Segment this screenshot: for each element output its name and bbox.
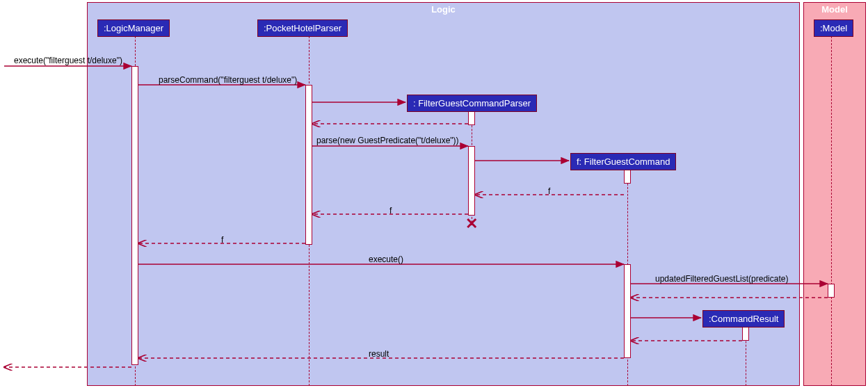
participant-filter-guest-command: f: FilterGuestCommand [570, 153, 676, 170]
activation-fgcp-1 [468, 111, 475, 125]
frame-logic-label: Logic [431, 3, 456, 16]
activation-logic-manager [131, 66, 138, 365]
activation-fgcp-2 [468, 146, 475, 216]
msg-return-f3: f [221, 235, 223, 245]
msg-execute2: execute() [369, 254, 403, 264]
destroy-icon: ✕ [465, 215, 478, 233]
activation-command-result [742, 327, 749, 341]
msg-execute1: execute("filterguest t/deluxe") [14, 56, 122, 65]
participant-filter-guest-command-parser: : FilterGuestCommandParser [407, 95, 537, 112]
msg-return-f1: f [548, 186, 550, 196]
participant-command-result: :CommandResult [702, 310, 785, 328]
activation-pocket-hotel-parser [305, 85, 312, 245]
msg-parse-command: parseCommand("filterguest t/deluxe") [159, 75, 297, 85]
msg-return-f2: f [389, 206, 392, 216]
frame-model-label: Model [821, 3, 848, 16]
activation-fgc-1 [624, 170, 631, 184]
frame-logic: Logic [87, 2, 800, 386]
frame-model: Model [803, 2, 866, 386]
participant-pocket-hotel-parser: :PocketHotelParser [257, 19, 348, 37]
activation-model [828, 284, 835, 298]
msg-result: result [369, 349, 389, 359]
participant-model: :Model [814, 19, 853, 37]
msg-update-filtered: updatedFilteredGuestList(predicate) [655, 274, 788, 284]
lifeline-model [831, 36, 832, 386]
participant-logic-manager: :LogicManager [97, 19, 170, 37]
activation-fgc-2 [624, 264, 631, 358]
msg-parse: parse(new GuestPredicate("t/deluxe")) [316, 136, 459, 145]
